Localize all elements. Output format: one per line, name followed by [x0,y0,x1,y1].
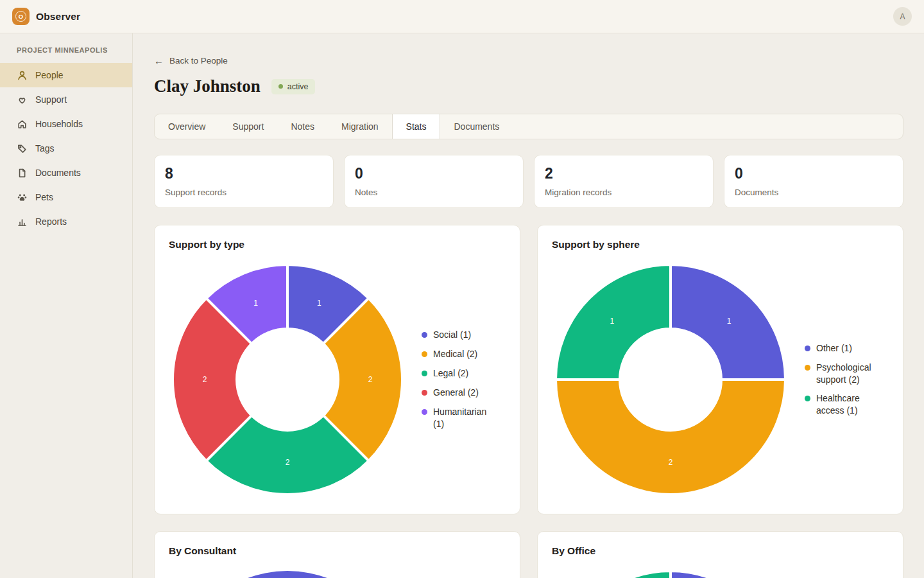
title-row: Clay Johnston active [154,76,903,96]
status-dot-icon [278,84,283,89]
stat-card-support-records: 8 Support records [154,155,334,208]
user-avatar[interactable]: A [893,7,912,26]
legend-label: General (2) [433,387,479,399]
svg-text:2: 2 [669,458,673,467]
chart-card-support-by-sphere: Support by sphere 121 Other (1) Psycholo… [537,225,903,514]
chart-title: By Consultant [169,545,506,557]
chart-legend: Social (1) Medical (2) Legal (2) General… [422,322,495,437]
sidebar-item-support[interactable]: Support [0,87,132,112]
donut-svg: 121 [552,261,789,498]
stat-card-documents: 0 Documents [724,155,903,208]
svg-text:1: 1 [727,317,732,326]
brand: O Observer [12,8,80,25]
svg-text:1: 1 [610,317,614,326]
chart-row: 121 Other (1) Psychological support (2) … [552,261,889,498]
sidebar-item-label: Households [35,119,83,129]
stat-label: Notes [355,188,513,197]
sidebar-item-documents[interactable]: Documents [0,161,132,185]
charts-row-bottom: By Consultant By Office [154,531,903,578]
chart-legend: Other (1) Psychological support (2) Heal… [805,335,878,424]
stat-card-notes: 0 Notes [344,155,524,208]
document-icon [17,168,28,179]
brand-name: Observer [36,11,80,22]
back-arrow-icon: ← [154,56,164,66]
chart-row [552,567,889,578]
svg-text:1: 1 [253,299,258,308]
chart-title: By Office [552,545,889,557]
donut-chart: 12221 [169,261,406,498]
donut-svg [169,567,406,578]
legend-label: Medical (2) [433,348,477,360]
donut-chart [169,567,406,578]
donut-chart: 121 [552,261,789,498]
svg-text:2: 2 [203,375,207,384]
stat-value: 2 [545,165,703,182]
chart-card-support-by-type: Support by type 12221 Social (1) Medical… [154,225,520,514]
observer-logo-icon[interactable]: O [12,8,30,25]
donut-chart [552,567,789,578]
paw-icon [17,192,28,203]
sidebar-item-label: Pets [35,192,53,202]
legend-item: Social (1) [422,329,495,341]
svg-text:1: 1 [317,299,321,308]
chart-icon [17,216,28,227]
sidebar-item-label: Reports [35,216,67,227]
back-link[interactable]: ← Back to People [154,56,228,66]
legend-item: Medical (2) [422,348,495,360]
chart-title: Support by type [169,239,506,250]
main-content: ← Back to People Clay Johnston active Ov… [133,33,924,578]
legend-label: Humanitarian (1) [433,406,495,430]
tab-overview[interactable]: Overview [155,114,219,139]
top-bar: O Observer A [0,0,924,33]
sidebar-item-households[interactable]: Households [0,112,132,136]
stat-cards-row: 8 Support records 0 Notes 2 Migration re… [154,155,903,208]
legend-dot-icon [422,371,427,376]
svg-text:2: 2 [286,458,290,467]
stat-value: 8 [165,165,323,182]
legend-dot-icon [805,365,810,371]
tab-migration[interactable]: Migration [328,114,392,139]
stat-value: 0 [735,165,893,182]
chart-row: 12221 Social (1) Medical (2) Legal (2) G… [169,261,506,498]
sidebar-item-label: Tags [35,143,55,153]
charts-row-top: Support by type 12221 Social (1) Medical… [154,225,903,514]
sidebar-item-label: Support [35,94,67,105]
sidebar-items: People Support Households Tags Documents… [0,63,132,234]
chart-row [169,567,506,578]
legend-dot-icon [422,390,427,396]
app-shell: PROJECT MINNEAPOLIS People Support House… [0,33,924,578]
sidebar: PROJECT MINNEAPOLIS People Support House… [0,33,133,578]
svg-text:2: 2 [368,375,373,384]
legend-label: Psychological support (2) [816,362,878,386]
legend-dot-icon [422,332,427,338]
stat-value: 0 [355,165,513,182]
stat-label: Documents [735,188,893,197]
sidebar-item-people[interactable]: People [0,63,132,87]
legend-item: Healthcare access (1) [805,392,878,417]
tab-support[interactable]: Support [219,114,277,139]
status-badge-label: active [287,82,309,91]
home-icon [17,119,28,130]
sidebar-item-reports[interactable]: Reports [0,209,132,234]
back-link-label: Back to People [169,56,228,66]
legend-dot-icon [805,346,810,351]
tab-notes[interactable]: Notes [277,114,328,139]
support-icon [17,94,28,105]
stat-label: Support records [165,188,323,197]
chart-card-by-office: By Office [537,531,903,578]
legend-item: Other (1) [805,342,878,355]
legend-item: General (2) [422,387,495,399]
legend-label: Social (1) [433,329,471,341]
tab-stats[interactable]: Stats [392,114,441,139]
project-label: PROJECT MINNEAPOLIS [0,46,132,54]
status-badge: active [271,79,316,94]
sidebar-item-tags[interactable]: Tags [0,136,132,161]
sidebar-item-label: Documents [35,168,81,178]
tab-bar: OverviewSupportNotesMigrationStatsDocume… [154,114,903,139]
legend-dot-icon [422,351,427,357]
tab-documents[interactable]: Documents [440,114,513,139]
sidebar-item-pets[interactable]: Pets [0,185,132,209]
page-title: Clay Johnston [154,76,261,96]
legend-label: Healthcare access (1) [816,392,878,417]
logo-letter: O [15,11,26,22]
